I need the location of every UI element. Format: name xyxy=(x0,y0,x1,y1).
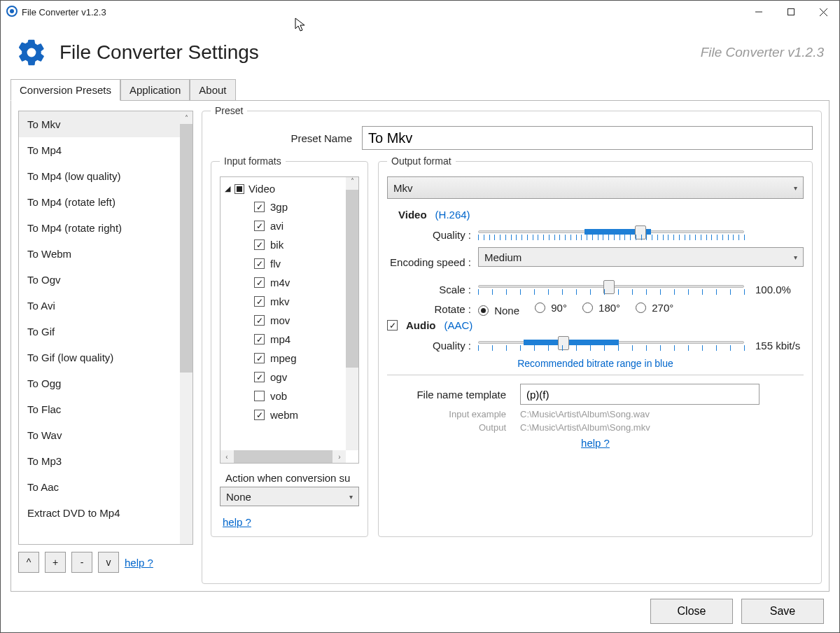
format-label: flv xyxy=(270,258,281,270)
audio-quality-slider[interactable] xyxy=(478,335,744,355)
audio-section-label: Audio xyxy=(406,319,436,331)
output-format-combo[interactable]: Mkv ▾ xyxy=(387,176,804,199)
preset-item[interactable]: To Mp4 (rotate right) xyxy=(19,215,180,241)
remove-preset-button[interactable]: - xyxy=(71,552,92,573)
gear-icon xyxy=(16,37,47,68)
page-header: File Converter Settings File Converter v… xyxy=(1,23,839,75)
format-item[interactable]: ✓mp4 xyxy=(225,330,346,349)
svg-point-1 xyxy=(10,9,14,13)
preset-item[interactable]: To Ogv xyxy=(19,267,180,293)
preset-list-scrollbar[interactable]: ˄ xyxy=(180,111,192,544)
format-item[interactable]: ✓avi xyxy=(225,216,346,235)
format-checkbox[interactable] xyxy=(254,391,265,401)
move-up-button[interactable]: ^ xyxy=(18,552,39,573)
minimize-button[interactable] xyxy=(743,1,775,23)
preset-item[interactable]: To Gif xyxy=(19,319,180,345)
chevron-left-icon[interactable]: ‹ xyxy=(220,453,233,461)
format-item[interactable]: ✓mpeg xyxy=(225,349,346,368)
rotate-option[interactable]: 180° xyxy=(582,302,620,314)
tree-parent-video[interactable]: ◢ Video xyxy=(225,181,346,197)
scrollbar-thumb[interactable] xyxy=(346,190,358,368)
format-checkbox[interactable]: ✓ xyxy=(254,315,265,326)
rotate-option-label: None xyxy=(494,305,519,316)
maximize-button[interactable] xyxy=(775,1,807,23)
format-checkbox[interactable]: ✓ xyxy=(254,258,265,269)
move-down-button[interactable]: v xyxy=(98,552,119,573)
video-quality-label: Quality : xyxy=(387,229,478,241)
input-formats-tree[interactable]: ◢ Video ✓3gp✓avi✓bik✓flv✓m4v✓mkv✓mov✓mp4… xyxy=(220,176,359,464)
preset-item[interactable]: To Flac xyxy=(19,396,180,422)
preset-item[interactable]: To Mp4 xyxy=(19,137,180,163)
preset-item[interactable]: To Wav xyxy=(19,422,180,448)
save-button[interactable]: Save xyxy=(741,599,824,624)
close-button[interactable] xyxy=(807,1,839,23)
close-button[interactable]: Close xyxy=(650,599,733,624)
format-item[interactable]: ✓m4v xyxy=(225,273,346,292)
radio-icon[interactable] xyxy=(582,302,593,313)
tree-vscrollbar[interactable]: ˄ xyxy=(346,177,358,450)
format-checkbox[interactable]: ✓ xyxy=(254,334,265,345)
audio-enable-checkbox[interactable]: ✓ xyxy=(387,320,398,331)
format-item[interactable]: ✓webm xyxy=(225,405,346,424)
preset-item[interactable]: To Gif (low quality) xyxy=(19,345,180,370)
input-formats-help-link[interactable]: help ? xyxy=(223,516,251,528)
tab-application[interactable]: Application xyxy=(120,79,190,101)
preset-item[interactable]: To Aac xyxy=(19,474,180,500)
format-checkbox[interactable]: ✓ xyxy=(254,410,265,420)
recommended-note: Recommended bitrate range in blue xyxy=(387,358,804,369)
format-item[interactable]: vob xyxy=(225,387,346,405)
tri-state-checkbox[interactable] xyxy=(234,184,244,194)
format-checkbox[interactable]: ✓ xyxy=(254,296,265,307)
rotate-option[interactable]: None xyxy=(478,305,519,316)
format-item[interactable]: ✓flv xyxy=(225,254,346,273)
radio-icon[interactable] xyxy=(478,305,489,316)
format-item[interactable]: ✓3gp xyxy=(225,197,346,216)
preset-item[interactable]: To Mp3 xyxy=(19,448,180,474)
format-checkbox[interactable]: ✓ xyxy=(254,372,265,382)
tree-hscrollbar[interactable]: ‹ › xyxy=(220,450,346,463)
chevron-right-icon[interactable]: › xyxy=(333,453,346,461)
preset-legend: Preset xyxy=(211,105,247,116)
audio-quality-label: Quality : xyxy=(387,340,478,352)
format-item[interactable]: ✓ogv xyxy=(225,368,346,387)
presets-help-link[interactable]: help ? xyxy=(125,557,153,569)
template-help-link[interactable]: help ? xyxy=(581,437,610,449)
format-checkbox[interactable]: ✓ xyxy=(254,239,265,250)
radio-icon[interactable] xyxy=(535,302,545,313)
radio-icon[interactable] xyxy=(636,302,646,313)
format-checkbox[interactable]: ✓ xyxy=(254,202,265,212)
format-item[interactable]: ✓mov xyxy=(225,311,346,330)
rotate-option[interactable]: 90° xyxy=(535,302,567,314)
action-on-success-combo[interactable]: None ▾ xyxy=(220,487,359,506)
file-name-template-input[interactable] xyxy=(520,384,760,405)
preset-item[interactable]: To Ogg xyxy=(19,370,180,396)
rotate-option[interactable]: 270° xyxy=(636,302,673,314)
scale-slider[interactable] xyxy=(478,279,744,299)
tree-collapse-icon[interactable]: ◢ xyxy=(225,184,230,193)
format-checkbox[interactable]: ✓ xyxy=(254,277,265,288)
preset-item[interactable]: To Webm xyxy=(19,241,180,267)
format-checkbox[interactable]: ✓ xyxy=(254,353,265,363)
encoding-speed-combo[interactable]: Medium ▾ xyxy=(478,247,804,267)
format-item[interactable]: ✓mkv xyxy=(225,292,346,311)
tab-conversion-presets[interactable]: Conversion Presets xyxy=(10,79,120,101)
preset-item[interactable]: To Mp4 (low quality) xyxy=(19,163,180,189)
chevron-up-icon[interactable]: ˄ xyxy=(180,111,192,124)
preset-name-input[interactable] xyxy=(362,126,813,150)
output-format-legend: Output format xyxy=(387,155,456,167)
video-quality-slider[interactable] xyxy=(478,225,744,244)
chevron-up-icon[interactable]: ˄ xyxy=(346,177,358,190)
format-checkbox[interactable]: ✓ xyxy=(254,221,265,231)
preset-item[interactable]: Extract DVD to Mp4 xyxy=(19,500,180,526)
preset-item[interactable]: To Avi xyxy=(19,293,180,319)
preset-item[interactable]: To Mkv xyxy=(19,111,180,137)
tab-about[interactable]: About xyxy=(190,79,235,101)
format-label: mp4 xyxy=(270,333,290,345)
scrollbar-thumb[interactable] xyxy=(180,124,192,373)
preset-item[interactable]: To Mp4 (rotate left) xyxy=(19,189,180,215)
scrollbar-thumb[interactable] xyxy=(234,450,332,463)
format-item[interactable]: ✓bik xyxy=(225,235,346,254)
preset-list[interactable]: To MkvTo Mp4To Mp4 (low quality)To Mp4 (… xyxy=(18,111,193,545)
titlebar: File Converter v1.2.3 xyxy=(1,1,839,23)
add-preset-button[interactable]: + xyxy=(45,552,66,573)
